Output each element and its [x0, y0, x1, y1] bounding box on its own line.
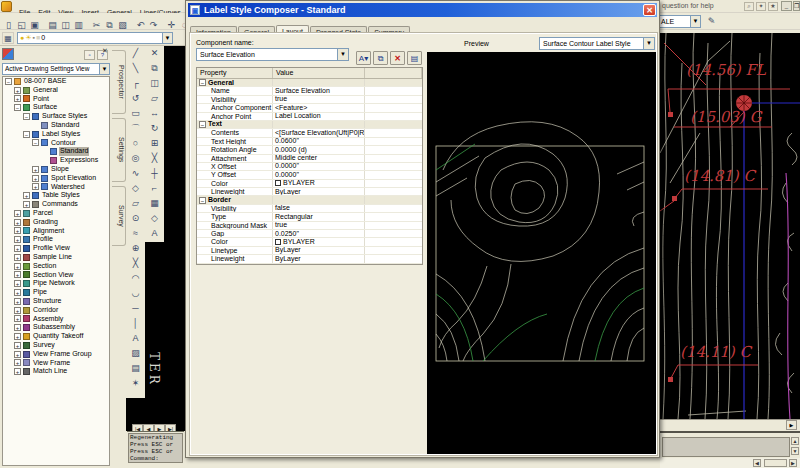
- layer-combo[interactable]: ●☀▪■0 ▼: [17, 32, 173, 44]
- tree-item-corridor[interactable]: +Corridor: [3, 306, 109, 315]
- modify-tool-icon-2[interactable]: ◫: [145, 76, 164, 91]
- grid-value-cell[interactable]: Surface Elevation: [273, 87, 365, 94]
- drawing-area-sliver[interactable]: [164, 46, 185, 431]
- tree-item-structure[interactable]: +Structure: [3, 297, 109, 306]
- draw-tool-icon-7[interactable]: ◎: [126, 151, 145, 166]
- modify-tool-icon-7[interactable]: ╳: [145, 151, 164, 166]
- draw-tool-icon-5[interactable]: ⌒: [126, 121, 145, 136]
- grid-value-cell[interactable]: BYLAYER: [273, 238, 365, 245]
- scroll-left-icon[interactable]: ◀: [753, 459, 761, 467]
- grid-value-cell[interactable]: 0.0000": [273, 163, 365, 170]
- grid-value-cell[interactable]: 0.0600": [273, 138, 365, 145]
- grid-row-name[interactable]: NameSurface Elevation: [197, 87, 422, 95]
- grid-row-visibility[interactable]: Visibilitytrue: [197, 96, 422, 104]
- tree-item-view-frame-group[interactable]: +View Frame Group: [3, 350, 109, 359]
- grid-group-border[interactable]: −Border: [197, 196, 422, 204]
- tree-item-sample-line[interactable]: +Sample Line: [3, 253, 109, 262]
- tree-item-contour[interactable]: −Contour: [3, 139, 109, 148]
- tree-expand-toggle[interactable]: +: [14, 307, 21, 314]
- grid-value-cell[interactable]: BYLAYER: [273, 180, 365, 187]
- grid-value-cell[interactable]: Label Location: [273, 113, 365, 120]
- grid-value-cell[interactable]: Rectangular: [273, 213, 365, 220]
- tree-expand-toggle[interactable]: +: [14, 359, 21, 366]
- grid-row-x-offset[interactable]: X Offset0.0000": [197, 163, 422, 171]
- tab-prospector[interactable]: Prospector: [112, 50, 126, 114]
- tree-item-commands[interactable]: +Commands: [3, 200, 109, 209]
- tree-item-survey[interactable]: +Survey: [3, 341, 109, 350]
- tree-item-grading[interactable]: +Grading: [3, 218, 109, 227]
- tree-item-standard[interactable]: Standard: [3, 121, 109, 130]
- tree-expand-toggle[interactable]: +: [14, 298, 21, 305]
- tree-expand-toggle[interactable]: +: [14, 210, 21, 217]
- settings-view-dropdown-icon[interactable]: ▼: [99, 64, 109, 74]
- draw-tool-icon-17[interactable]: ─: [126, 301, 145, 316]
- draw-tool-icon-19[interactable]: A: [126, 331, 145, 346]
- command-scroll-up-icon[interactable]: ▲: [791, 437, 799, 445]
- tree-item-slope[interactable]: +Slope: [3, 165, 109, 174]
- tab-survey[interactable]: Survey: [112, 186, 126, 246]
- tree-item-table-styles[interactable]: +Table Styles: [3, 191, 109, 200]
- delete-component-button[interactable]: ✕: [390, 51, 405, 65]
- grid-row-text-height[interactable]: Text Height0.0600": [197, 138, 422, 146]
- tree-expand-toggle[interactable]: −: [14, 104, 21, 111]
- grid-header-value[interactable]: Value: [273, 68, 365, 78]
- tree-item-profile[interactable]: +Profile: [3, 235, 109, 244]
- grid-group-expand-toggle[interactable]: −: [199, 197, 206, 204]
- restore-button[interactable]: ❐: [793, 1, 800, 11]
- tree-expand-toggle[interactable]: −: [23, 113, 30, 120]
- help-hint-text[interactable]: question for help: [662, 2, 714, 9]
- tree-item-surface-styles[interactable]: −Surface Styles: [3, 112, 109, 121]
- tree-expand-toggle[interactable]: +: [14, 351, 21, 358]
- tree-expand-toggle[interactable]: −: [32, 139, 39, 146]
- tree-expand-toggle[interactable]: +: [14, 333, 21, 340]
- grid-group-text[interactable]: −Text: [197, 121, 422, 129]
- grid-value-cell[interactable]: <[Surface Elevation(Uft|P0|RN|AP..: [273, 129, 365, 136]
- grid-value-cell[interactable]: ByLayer: [273, 255, 365, 262]
- draw-tool-icon-18[interactable]: │: [126, 316, 145, 331]
- grid-row-anchor-component[interactable]: Anchor Component<Feature>: [197, 104, 422, 112]
- component-name-combo[interactable]: Surface Elevation ▼: [196, 48, 349, 61]
- tree-item-section-view[interactable]: +Section View: [3, 271, 109, 280]
- tree-item-pipe[interactable]: +Pipe: [3, 288, 109, 297]
- modify-tool-icon-8[interactable]: ┼: [145, 166, 164, 181]
- grid-row-rotation-angle[interactable]: Rotation Angle0.0000 (d): [197, 146, 422, 154]
- tree-expand-toggle[interactable]: +: [14, 219, 21, 226]
- label-preview-viewport[interactable]: [427, 52, 656, 454]
- layer-properties-icon[interactable]: ▦: [2, 32, 14, 44]
- grid-value-cell[interactable]: Middle center: [273, 155, 365, 162]
- tree-item-general[interactable]: +General: [3, 86, 109, 95]
- toolspace-close-icon[interactable]: ✕: [100, 46, 110, 56]
- tree-expand-toggle[interactable]: +: [14, 368, 21, 375]
- tree-item-view-frame[interactable]: +View Frame: [3, 359, 109, 368]
- tree-expand-toggle[interactable]: +: [14, 87, 21, 94]
- grid-row-gap[interactable]: Gap0.0250": [197, 230, 422, 238]
- grid-value-cell[interactable]: ByLayer: [273, 247, 365, 254]
- modify-tool-icon-12[interactable]: A: [145, 226, 164, 241]
- draw-tool-icon-12[interactable]: ≈: [126, 226, 145, 241]
- tree-item-alignment[interactable]: +Alignment: [3, 227, 109, 236]
- grid-row-anchor-point[interactable]: Anchor PointLabel Location: [197, 113, 422, 121]
- grid-group-general[interactable]: −General: [197, 79, 422, 87]
- draw-tool-icon-16[interactable]: ◡: [126, 286, 145, 301]
- grid-row-visibility[interactable]: Visibilityfalse: [197, 205, 422, 213]
- grid-row-background-mask[interactable]: Background Masktrue: [197, 222, 422, 230]
- grid-row-color[interactable]: ColorBYLAYER: [197, 180, 422, 188]
- draw-tool-icon-2[interactable]: ┌: [126, 76, 145, 91]
- tree-expand-toggle[interactable]: +: [14, 315, 21, 322]
- copy-component-button[interactable]: ⧉: [373, 51, 388, 65]
- command-scroll-down-icon[interactable]: ▼: [791, 447, 799, 455]
- tree-expand-toggle[interactable]: +: [14, 289, 21, 296]
- settings-view-selector[interactable]: Active Drawing Settings View ▼: [2, 63, 110, 75]
- grid-value-cell[interactable]: false: [273, 205, 365, 212]
- tree-item-parcel[interactable]: +Parcel: [3, 209, 109, 218]
- tree-expand-toggle[interactable]: +: [14, 245, 21, 252]
- tree-expand-toggle[interactable]: +: [14, 324, 21, 331]
- draw-tool-icon-13[interactable]: ⊕: [126, 241, 145, 256]
- tree-item-section[interactable]: +Section: [3, 262, 109, 271]
- tree-item-08-007-base[interactable]: −08-007 BASE: [3, 77, 109, 86]
- dialog-close-button[interactable]: ✕: [643, 4, 656, 16]
- draw-tool-icon-0[interactable]: ╱: [126, 46, 145, 61]
- grid-value-cell[interactable]: 0.0250": [273, 230, 365, 237]
- draw-tool-icon-11[interactable]: ⊙: [126, 211, 145, 226]
- grid-value-cell[interactable]: 0.0000": [273, 171, 365, 178]
